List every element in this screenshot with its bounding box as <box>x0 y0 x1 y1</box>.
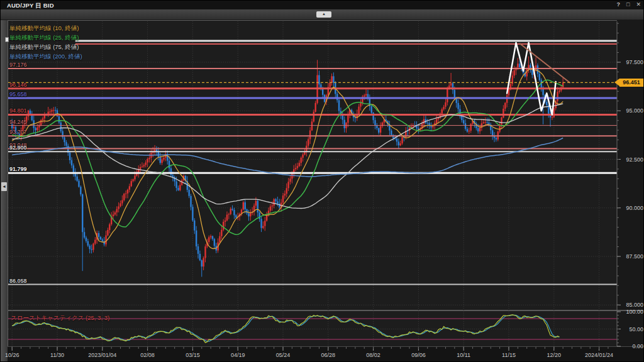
legend-item-sma-25[interactable]: 単純移動平均線 (25, 終値) <box>9 34 82 43</box>
moving-averages <box>12 69 563 249</box>
legend-item-sma-75[interactable]: 単純移動平均線 (75, 終値) <box>9 43 82 53</box>
trendline-drawing[interactable] <box>519 43 570 83</box>
legend-item-sma-10[interactable]: 単純移動平均線 (10, 終値) <box>9 25 82 34</box>
drawing-annotations[interactable] <box>8 43 617 114</box>
axis-ticks <box>12 21 621 351</box>
sma-200-line <box>12 138 563 177</box>
sma-25-line <box>12 80 563 234</box>
horizontal-levels[interactable] <box>8 41 617 285</box>
legend-item-sma-200[interactable]: 単純移動平均線 (200, 終値) <box>9 53 82 62</box>
chart-window: AUD/JPY 日 BID ? □ ✕ ▲ ◄ 97.17696.14695.6… <box>0 0 644 362</box>
sma-75-line <box>12 104 563 209</box>
chart-canvas[interactable] <box>1 1 644 362</box>
ma-legend: 単純移動平均線 (10, 終値)単純移動平均線 (25, 終値)単純移動平均線 … <box>9 25 82 62</box>
gridlines <box>8 21 617 346</box>
legend-drag-handle[interactable] <box>5 37 9 42</box>
current-price-badge: 96.451 <box>619 79 643 87</box>
sma-10-line <box>12 69 563 249</box>
stochastics-legend[interactable]: スローストキャスティクス (25, 3, 3) <box>11 314 109 322</box>
